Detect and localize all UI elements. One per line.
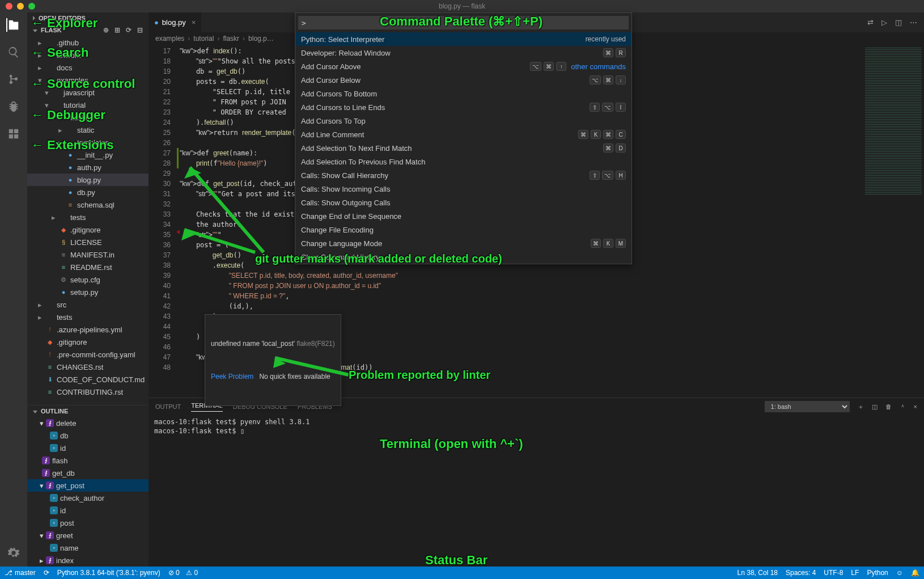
collapse-icon[interactable]: ⊟ [137, 26, 143, 34]
close-window-icon[interactable] [6, 3, 12, 10]
outline-item[interactable]: ▾⨍delete [27, 417, 149, 429]
palette-item[interactable]: Add Cursor Below⌥⌘↓ [295, 73, 631, 87]
panel-up-icon[interactable]: ＾ [900, 403, 906, 411]
outline-item[interactable]: ▫id [27, 504, 149, 517]
status-eol[interactable]: LF [851, 569, 859, 577]
tree-item[interactable]: !.azure-pipelines.yml [27, 323, 149, 336]
tree-item[interactable]: ▾flaskr [27, 111, 149, 124]
minimap[interactable] [862, 45, 924, 398]
more-icon[interactable]: ⋯ [910, 18, 917, 27]
panel-tab[interactable]: OUTPUT [155, 403, 181, 410]
outline-header[interactable]: OUTLINE [27, 405, 149, 417]
palette-item[interactable]: Calls: Show Incoming Calls [295, 182, 631, 196]
status-lang[interactable]: Python [867, 569, 888, 577]
tree-item[interactable]: ⚙setup.cfg [27, 273, 149, 286]
palette-item[interactable]: Add Line Comment⌘K⌘C [295, 128, 631, 141]
palette-item[interactable]: Python: Select Interpreterrecently used [295, 32, 631, 46]
tree-item[interactable]: ▾javascript [27, 86, 149, 99]
breadcrumb-item[interactable]: flaskr [223, 35, 239, 43]
folder-root-header[interactable]: FLASK ⊕ ⊞ ⟳ ⊟ [27, 24, 149, 36]
close-panel-icon[interactable]: × [914, 403, 917, 410]
status-feedback[interactable]: ☺ [896, 569, 903, 577]
tree-item[interactable]: ●auth.py [27, 161, 149, 174]
tree-item[interactable]: ▸.github [27, 36, 149, 49]
tree-item[interactable]: ▸tests [27, 211, 149, 223]
palette-item[interactable]: Change Language Mode⌘KM [295, 236, 631, 250]
outline-item[interactable]: ▫name [27, 542, 149, 554]
outline-item[interactable]: ▫check_author [27, 492, 149, 504]
palette-item[interactable]: Add Cursors To Bottom [295, 87, 631, 100]
outline-item[interactable]: ⨍get_db [27, 467, 149, 479]
tree-item[interactable]: ●db.py [27, 186, 149, 198]
outline-item[interactable]: ▸⨍index [27, 554, 149, 567]
gear-icon[interactable] [7, 546, 20, 560]
tree-item[interactable]: ●setup.py [27, 286, 149, 298]
palette-item[interactable]: Add Cursor Above⌥⌘↑other commands [295, 60, 631, 73]
outline-item[interactable]: ▾⨍get_post [27, 479, 149, 492]
kill-terminal-icon[interactable]: 🗑 [885, 403, 892, 410]
status-notifications[interactable]: 🔔 [911, 569, 919, 577]
palette-item[interactable]: Change File Encoding [295, 223, 631, 236]
breadcrumb-item[interactable]: tutorial [193, 35, 214, 43]
tree-item[interactable]: ▾tutorial [27, 99, 149, 111]
tree-item[interactable]: ▸artwork [27, 49, 149, 61]
maximize-window-icon[interactable] [28, 3, 35, 10]
terminal-body[interactable]: macos-10:flask test$ pyenv shell 3.8.1 m… [149, 415, 924, 567]
palette-item[interactable]: Calls: Show Outgoing Calls [295, 196, 631, 209]
tree-item[interactable]: ▸static [27, 124, 149, 136]
status-linecol[interactable]: Ln 38, Col 18 [737, 569, 778, 577]
palette-item[interactable]: Change End of Line Sequence [295, 209, 631, 223]
explorer-icon[interactable] [6, 18, 20, 32]
outline-item[interactable]: ▫post [27, 517, 149, 529]
palette-item[interactable]: Add Cursors To Top [295, 114, 631, 128]
new-terminal-icon[interactable]: ＋ [858, 403, 864, 411]
tree-item[interactable]: ⬇CODE_OF_CONDUCT.md [27, 373, 149, 386]
debug-icon[interactable] [7, 100, 20, 113]
tree-item[interactable]: ▸src [27, 298, 149, 311]
refresh-icon[interactable]: ⟳ [126, 26, 132, 34]
tree-item[interactable]: ▾examples [27, 74, 149, 86]
tree-item[interactable]: ▸tests [27, 311, 149, 323]
tree-item[interactable]: ◆.gitignore [27, 223, 149, 236]
outline-item[interactable]: ▫db [27, 429, 149, 442]
breadcrumb-item[interactable]: blog.p… [248, 35, 274, 43]
scm-icon[interactable] [7, 73, 20, 86]
tree-item[interactable]: ◆.gitignore [27, 336, 149, 348]
status-problems[interactable]: ⊘ 0 ⚠ 0 [168, 569, 198, 577]
run-icon[interactable]: ▷ [881, 18, 887, 27]
minimize-window-icon[interactable] [17, 3, 24, 10]
outline-item[interactable]: ⨍flash [27, 454, 149, 467]
search-icon[interactable] [7, 45, 20, 59]
status-python[interactable]: Python 3.8.1 64-bit ('3.8.1': pyenv) [57, 569, 160, 577]
new-folder-icon[interactable]: ⊞ [115, 26, 120, 34]
status-encoding[interactable]: UTF-8 [824, 569, 843, 577]
tree-item[interactable]: ●__init__.py [27, 149, 149, 161]
split-icon[interactable]: ◫ [895, 18, 902, 27]
palette-item[interactable]: Calls: Show Call Hierarchy⇧⌥H [295, 168, 631, 182]
status-spaces[interactable]: Spaces: 4 [786, 569, 816, 577]
tree-item[interactable]: ▸templates [27, 136, 149, 149]
palette-item[interactable]: Clear Command History [295, 250, 631, 264]
open-editors-header[interactable]: OPEN EDITORS [27, 12, 149, 24]
tree-item[interactable]: ≡MANIFEST.in [27, 248, 149, 261]
tree-item[interactable]: ≡README.rst [27, 261, 149, 273]
palette-input[interactable]: > [298, 16, 629, 29]
tree-item[interactable]: ≡schema.sql [27, 198, 149, 211]
palette-item[interactable]: Add Selection To Previous Find Match [295, 155, 631, 168]
outline-item[interactable]: ▾⨍greet [27, 529, 149, 542]
tree-item[interactable]: ≡CONTRIBUTING.rst [27, 386, 149, 398]
breadcrumb-item[interactable]: examples [155, 35, 184, 43]
tree-item[interactable]: ●blog.py [27, 174, 149, 186]
tree-item[interactable]: !.pre-commit-config.yaml [27, 348, 149, 361]
new-file-icon[interactable]: ⊕ [103, 26, 109, 34]
close-tab-icon[interactable]: × [192, 18, 196, 27]
split-terminal-icon[interactable]: ◫ [872, 403, 878, 411]
outline-item[interactable]: ▫id [27, 442, 149, 454]
status-sync[interactable]: ⟳ [44, 569, 49, 577]
tree-item[interactable]: ▸docs [27, 61, 149, 74]
palette-item[interactable]: Developer: Reload Window⌘R [295, 46, 631, 60]
peek-problem-link[interactable]: Peek Problem [211, 373, 253, 381]
tab-blog-py[interactable]: ● blog.py × [149, 12, 201, 32]
terminal-select[interactable]: 1: bash [765, 401, 850, 412]
palette-item[interactable]: Add Selection To Next Find Match⌘D [295, 141, 631, 155]
